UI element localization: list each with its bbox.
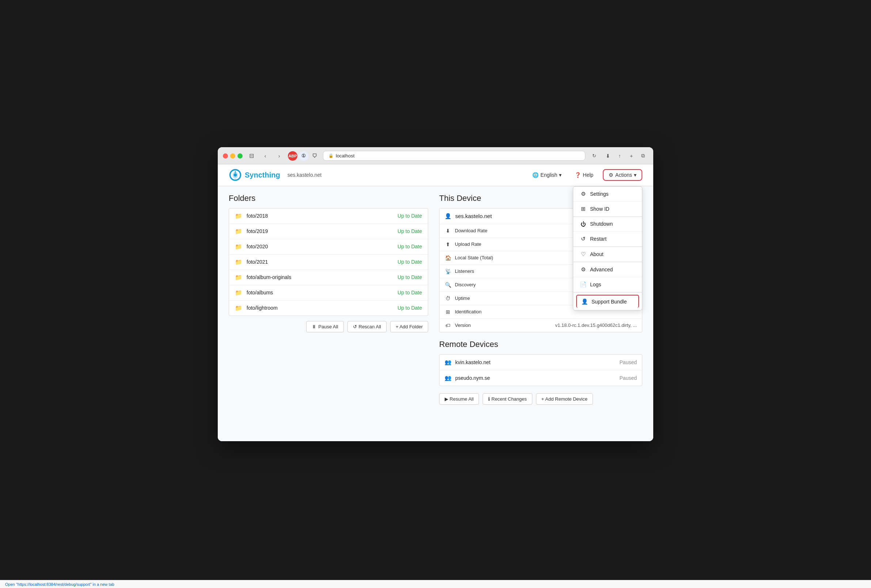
device-header-name: ses.kastelo.net [455,213,492,219]
remote-devices-title: Remote Devices [439,340,642,349]
add-folder-button[interactable]: + Add Folder [390,321,428,332]
settings-menu-item[interactable]: ⚙ Settings [573,187,642,202]
add-remote-device-button[interactable]: + Add Remote Device [536,393,593,405]
folder-icon: 📁 [235,259,242,265]
remote-device-item[interactable]: 👥 pseudo.nym.se Paused [440,370,642,386]
shutdown-menu-item[interactable]: ⏻ Shutdown [573,217,642,232]
folder-status: Up to Date [398,305,422,311]
folder-item[interactable]: 📁 foto/2020 Up to Date [229,239,428,254]
close-traffic-light[interactable] [223,153,228,159]
logs-menu-item[interactable]: 📄 Logs [573,277,642,292]
rescan-icon: ↺ [353,324,357,329]
device-row-value: v1.18.0-rc.1.dev.15.g400d62c1.dirty, ... [555,323,637,328]
advanced-icon: ⚙ [580,266,587,273]
folder-buttons: ⏸ Pause All ↺ Rescan All + Add Folder [229,321,428,332]
about-menu-item[interactable]: ♡ About [573,247,642,262]
sidebar-toggle-button[interactable]: ⊟ [246,151,256,161]
settings-label: Settings [590,191,609,197]
show-id-menu-item[interactable]: ⊞ Show ID [573,202,642,217]
folder-item[interactable]: 📁 foto/2021 Up to Date [229,254,428,270]
device-row-icon: ⬆ [444,241,451,247]
folder-name: foto/albums [247,290,398,295]
remote-device-status: Paused [620,359,637,365]
folder-item[interactable]: 📁 foto/albums Up to Date [229,285,428,301]
remote-devices-section: 👥 kvin.kastelo.net Paused 👥 pseudo.nym.s… [439,354,642,386]
app-header: Syncthing ses.kastelo.net 🌐 English ▾ ❓ … [218,165,653,186]
folder-status: Up to Date [398,274,422,280]
device-row: 🏷 Version v1.18.0-rc.1.dev.15.g400d62c1.… [440,319,642,332]
resume-all-label: ▶ Resume All [444,396,473,402]
folder-item[interactable]: 📁 foto/2019 Up to Date [229,224,428,239]
syncthing-logo-icon [229,168,242,181]
restart-menu-item[interactable]: ↺ Restart [573,232,642,247]
pause-icon: ⏸ [312,324,316,329]
header-right: 🌐 English ▾ ❓ Help ⚙ Actions ▾ [529,169,642,181]
rescan-all-button[interactable]: ↺ Rescan All [347,321,386,332]
header-device-name: ses.kastelo.net [287,172,529,178]
download-button[interactable]: ⬇ [603,151,613,161]
remote-device-item[interactable]: 👥 kvin.kastelo.net Paused [440,355,642,370]
folder-name: foto/2020 [247,244,398,250]
folder-status: Up to Date [398,259,422,265]
folder-status: Up to Date [398,244,422,250]
logs-label: Logs [590,281,601,287]
logs-icon: 📄 [580,281,587,288]
about-label: About [590,251,603,257]
remote-device-icon: 👥 [444,375,452,381]
remote-device-status: Paused [620,375,637,381]
remote-device-buttons: ▶ Resume All ℹ Recent Changes + Add Remo… [439,393,642,405]
help-icon: ❓ [575,172,581,178]
device-row-icon: 📡 [444,268,451,274]
qr-icon: ⊞ [580,206,587,212]
device-row-icon: 🏠 [444,255,451,261]
traffic-lights [223,153,242,159]
folder-item[interactable]: 📁 foto/album-originals Up to Date [229,270,428,285]
support-bundle-menu-item[interactable]: 👤 Support Bundle [576,295,639,308]
folder-name: foto/2021 [247,259,398,265]
device-row-icon: ⊞ [444,309,451,315]
pause-all-label: Pause All [318,324,338,329]
pause-all-button[interactable]: ⏸ Pause All [306,321,343,332]
shield-extension-icon[interactable]: ⛉ [310,151,319,161]
remote-device-name: kvin.kastelo.net [455,359,620,365]
restart-label: Restart [590,236,606,242]
share-button[interactable]: ↑ [615,151,625,161]
folder-item[interactable]: 📁 foto/2018 Up to Date [229,208,428,224]
advanced-menu-item[interactable]: ⚙ Advanced [573,262,642,277]
actions-chevron-icon: ▾ [634,172,636,178]
back-button[interactable]: ‹ [260,151,270,161]
actions-label: Actions [615,172,632,178]
address-bar[interactable]: 🔒 localhost [323,151,585,161]
lock-icon: 🔒 [328,153,334,158]
reload-button[interactable]: ↻ [589,151,599,161]
folder-status: Up to Date [398,290,422,295]
folder-status: Up to Date [398,228,422,234]
folder-item[interactable]: 📁 foto/lightroom Up to Date [229,301,428,316]
device-header-icon: 👤 [444,213,452,220]
folders-title: Folders [229,194,428,203]
minimize-traffic-light[interactable] [230,153,235,159]
tabs-button[interactable]: ⧉ [638,151,648,161]
browser-right-buttons: ⬇ ↑ + ⧉ [603,151,648,161]
language-button[interactable]: 🌐 English ▾ [529,170,565,180]
folder-list: 📁 foto/2018 Up to Date 📁 foto/2019 Up to… [229,208,428,316]
recent-changes-button[interactable]: ℹ Recent Changes [483,393,532,405]
show-id-label: Show ID [590,206,609,212]
folder-name: foto/2018 [247,213,398,219]
abp-extension-icon[interactable]: ABP [288,151,298,161]
new-tab-button[interactable]: + [626,151,636,161]
recent-changes-label: ℹ Recent Changes [488,396,527,402]
help-button[interactable]: ❓ Help [571,170,597,180]
password-extension-icon[interactable]: ① [299,151,308,161]
maximize-traffic-light[interactable] [238,153,242,159]
actions-button[interactable]: ⚙ Actions ▾ [603,169,642,181]
dropdown-separator-4 [573,292,642,293]
support-bundle-label: Support Bundle [591,299,627,305]
forward-button[interactable]: › [274,151,284,161]
resume-all-button[interactable]: ▶ Resume All [439,393,479,405]
device-row-label: Version [455,323,555,328]
folder-icon: 📁 [235,243,242,250]
folder-icon: 📁 [235,274,242,281]
remote-device-name: pseudo.nym.se [455,375,620,381]
heart-icon: ♡ [580,251,587,257]
